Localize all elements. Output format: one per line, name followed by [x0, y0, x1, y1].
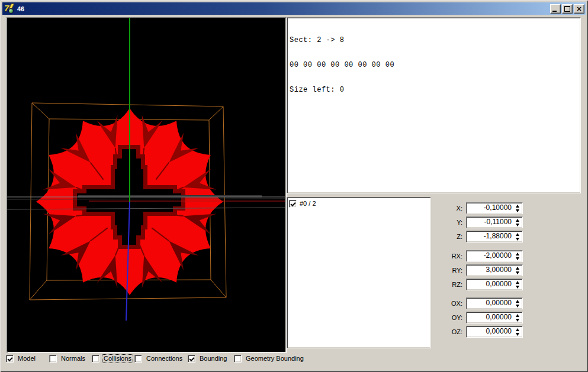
ox-spinner[interactable] — [513, 298, 522, 309]
spin-down-icon[interactable] — [516, 333, 519, 336]
object-list[interactable]: #0 / 2 — [287, 197, 431, 348]
y-spinner[interactable] — [513, 217, 522, 228]
title-bar[interactable]: 7 46 × — [2, 2, 586, 15]
object-checkbox[interactable] — [289, 200, 297, 208]
checkbox-normals[interactable]: Normals — [49, 354, 86, 363]
rz-spinner[interactable] — [513, 279, 522, 290]
spin-row-ox: OX: 0,00000 — [439, 297, 523, 309]
spin-down-icon[interactable] — [516, 319, 519, 322]
spin-up-icon[interactable] — [516, 205, 519, 208]
spin-row-oz: OZ: 0,00000 — [439, 326, 523, 338]
z-spinner[interactable] — [513, 231, 522, 242]
checkbox-connections[interactable]: Connections — [134, 354, 184, 363]
rx-value: -2,00000 — [467, 251, 513, 261]
checkbox-geometry-bounding[interactable]: Geometry Bounding — [234, 354, 305, 363]
bounding-label: Bounding — [198, 355, 229, 363]
info-line: Size left: 0 — [290, 86, 578, 94]
y-value: -0,11000 — [467, 217, 513, 228]
spin-row-ry: RY: 3,00000 — [439, 264, 523, 276]
info-panel[interactable]: Sect: 2 -> 8 00 00 00 00 00 00 00 00 Siz… — [287, 17, 581, 193]
y-label: Y: — [439, 219, 462, 226]
rx-spinner[interactable] — [513, 251, 522, 261]
checkbox-collisions[interactable]: Collisions — [92, 354, 133, 363]
spin-down-icon[interactable] — [516, 209, 519, 212]
z-value: -1,88000 — [467, 231, 513, 242]
rx-label: RX: — [439, 253, 462, 260]
window-title: 46 — [17, 5, 24, 12]
minimize-button[interactable] — [550, 4, 561, 14]
spin-row-rz: RZ: 0,00000 — [439, 279, 523, 290]
app-icon: 7 — [4, 4, 14, 14]
connections-label: Connections — [145, 355, 184, 363]
spin-down-icon[interactable] — [516, 257, 519, 260]
spin-up-icon[interactable] — [516, 328, 519, 331]
minimize-icon — [552, 11, 557, 12]
oy-value: 0,00000 — [467, 312, 513, 323]
maximize-button[interactable] — [562, 4, 573, 14]
collisions-checkbox[interactable] — [92, 355, 99, 363]
oz-spinner[interactable] — [513, 326, 522, 337]
maximize-icon — [564, 6, 570, 12]
x-value: -0,10000 — [467, 203, 513, 214]
oy-label: OY: — [439, 314, 462, 321]
spin-down-icon[interactable] — [516, 305, 519, 308]
rz-label: RZ: — [439, 281, 462, 288]
spin-up-icon[interactable] — [516, 267, 519, 270]
spin-down-icon[interactable] — [516, 271, 519, 274]
info-line: 00 00 00 00 00 00 00 00 — [290, 61, 578, 69]
rx-field[interactable]: -2,00000 — [466, 250, 523, 262]
spin-up-icon[interactable] — [516, 300, 519, 303]
close-icon: × — [576, 6, 582, 12]
viewport-3d[interactable] — [7, 17, 287, 353]
model-checkbox[interactable] — [6, 355, 14, 363]
oy-field[interactable]: 0,00000 — [466, 312, 523, 324]
spin-up-icon[interactable] — [516, 314, 519, 317]
oy-spinner[interactable] — [513, 312, 522, 323]
spin-row-rx: RX: -2,00000 — [439, 250, 523, 262]
spin-up-icon[interactable] — [516, 233, 519, 236]
rz-value: 0,00000 — [467, 279, 513, 290]
rz-field[interactable]: 0,00000 — [466, 279, 523, 290]
checkbox-bounding[interactable]: Bounding — [188, 354, 229, 363]
ox-value: 0,00000 — [467, 298, 513, 309]
spin-down-icon[interactable] — [516, 238, 519, 241]
x-spinner[interactable] — [513, 203, 522, 214]
normals-checkbox[interactable] — [49, 355, 57, 363]
connections-checkbox[interactable] — [134, 355, 142, 363]
spin-up-icon[interactable] — [516, 253, 519, 255]
bounding-checkbox[interactable] — [188, 355, 195, 363]
spin-down-icon[interactable] — [516, 224, 519, 227]
green-orb-icon — [8, 8, 14, 14]
ry-field[interactable]: 3,00000 — [466, 264, 523, 276]
x-field[interactable]: -0,10000 — [466, 202, 523, 214]
z-field[interactable]: -1,88000 — [466, 231, 523, 242]
ry-value: 3,00000 — [467, 265, 513, 276]
x-label: X: — [439, 205, 462, 212]
ry-spinner[interactable] — [513, 265, 522, 276]
scene-svg — [7, 18, 285, 351]
object-label: #0 / 2 — [300, 200, 316, 207]
oz-label: OZ: — [439, 328, 462, 335]
ox-field[interactable]: 0,00000 — [466, 297, 523, 309]
checkbox-model[interactable]: Model — [6, 354, 37, 363]
geometry-bounding-label: Geometry Bounding — [245, 355, 305, 363]
spin-up-icon[interactable] — [516, 281, 519, 284]
oz-field[interactable]: 0,00000 — [466, 326, 523, 338]
app-window: 7 46 × — [0, 0, 588, 372]
spin-row-oy: OY: 0,00000 — [439, 312, 523, 324]
collisions-label: Collisions — [102, 355, 133, 363]
spin-row-z: Z: -1,88000 — [439, 231, 523, 242]
geometry-bounding-checkbox[interactable] — [234, 355, 242, 363]
caption-buttons: × — [549, 4, 584, 14]
ry-label: RY: — [439, 267, 462, 274]
model-label: Model — [17, 355, 37, 363]
normals-label: Normals — [60, 355, 86, 363]
list-item[interactable]: #0 / 2 — [289, 199, 429, 208]
y-field[interactable]: -0,11000 — [466, 216, 523, 228]
spin-up-icon[interactable] — [516, 219, 519, 222]
close-button[interactable]: × — [574, 4, 584, 14]
info-line: Sect: 2 -> 8 — [290, 36, 578, 44]
spin-row-x: X: -0,10000 — [439, 202, 523, 214]
z-label: Z: — [439, 233, 462, 240]
spin-down-icon[interactable] — [516, 286, 519, 289]
